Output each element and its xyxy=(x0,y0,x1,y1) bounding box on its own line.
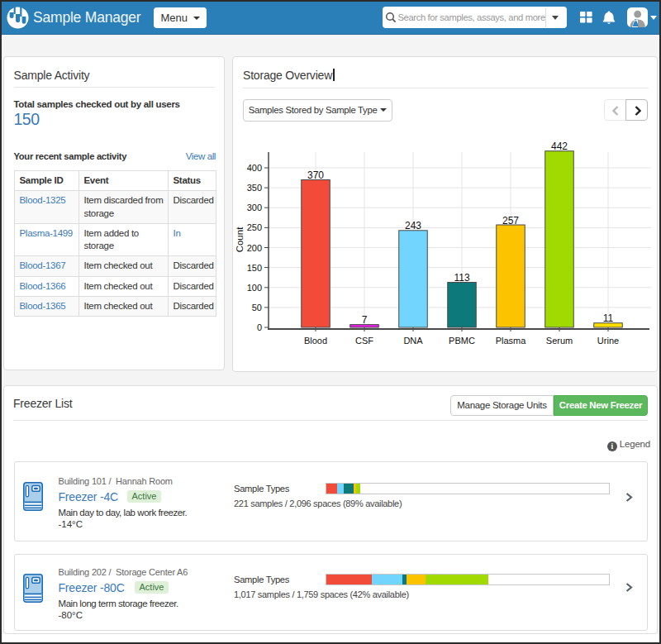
svg-text:257: 257 xyxy=(502,215,519,227)
svg-text:300: 300 xyxy=(247,203,262,212)
svg-text:100: 100 xyxy=(247,283,262,293)
svg-text:113: 113 xyxy=(454,272,469,284)
svg-text:CSF: CSF xyxy=(355,336,373,346)
svg-text:442: 442 xyxy=(551,141,568,152)
svg-text:11: 11 xyxy=(603,312,614,324)
svg-text:Serum: Serum xyxy=(546,336,573,346)
svg-text:350: 350 xyxy=(247,183,262,193)
svg-text:370: 370 xyxy=(307,169,324,181)
svg-text:Count: Count xyxy=(235,227,245,252)
svg-text:7: 7 xyxy=(362,314,368,326)
svg-text:400: 400 xyxy=(247,163,262,173)
svg-text:PBMC: PBMC xyxy=(449,336,475,346)
svg-text:200: 200 xyxy=(247,243,262,253)
svg-text:0: 0 xyxy=(257,322,262,332)
svg-text:Blood: Blood xyxy=(304,336,327,346)
svg-text:Plasma: Plasma xyxy=(496,336,527,346)
svg-text:50: 50 xyxy=(252,303,262,312)
svg-text:150: 150 xyxy=(247,263,262,273)
svg-text:243: 243 xyxy=(405,220,421,231)
svg-text:250: 250 xyxy=(247,222,262,232)
svg-text:DNA: DNA xyxy=(403,336,423,346)
svg-text:Urine: Urine xyxy=(597,336,619,346)
